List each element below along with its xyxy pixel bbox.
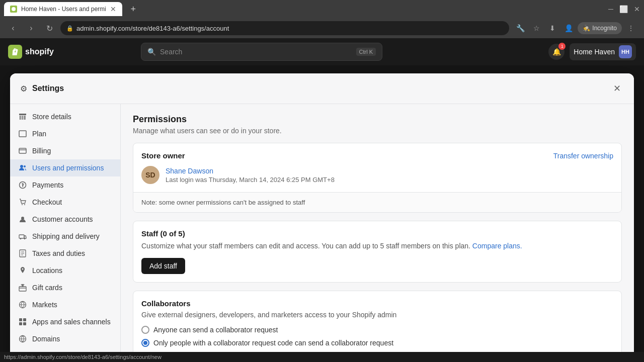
- owner-last-login: Last login was Thursday, March 14, 2024 …: [166, 176, 335, 184]
- staff-title: Staff (0 of 5): [141, 229, 613, 238]
- nav-actions: 🔧 ☆ ⬇ 👤 🕵 Incognito ⋮: [513, 21, 638, 35]
- domains-icon: [18, 334, 27, 343]
- store-owner-title: Store owner: [141, 151, 185, 160]
- app-header: shopify 🔍 Search Ctrl K 🔔 1 Home Haven H…: [0, 38, 644, 65]
- sidebar-item-taxes[interactable]: Taxes and duties: [10, 245, 120, 262]
- radio-option-anyone[interactable]: Anyone can send a collaborator request: [141, 326, 613, 334]
- owner-name-link[interactable]: Shane Dawson: [166, 167, 335, 175]
- incognito-label: Incognito: [592, 25, 617, 32]
- sidebar-item-payments[interactable]: Payments: [10, 176, 120, 194]
- download-button[interactable]: ⬇: [545, 21, 559, 35]
- markets-icon: [18, 300, 27, 309]
- collaborators-card: Collaborators Give external designers, d…: [133, 291, 622, 352]
- notification-badge: 1: [558, 43, 566, 50]
- address-bar[interactable]: 🔒 admin.shopify.com/store/de8143-a6/sett…: [60, 21, 509, 35]
- sidebar-item-plan[interactable]: Plan: [10, 125, 120, 142]
- sidebar-item-users-permissions[interactable]: Users and permissions: [10, 159, 120, 176]
- header-actions: 🔔 1 Home Haven HH: [548, 43, 636, 60]
- address-text: admin.shopify.com/store/de8143-a6/settin…: [76, 25, 229, 32]
- browser-tab[interactable]: Home Haven - Users and permi ✕: [4, 2, 122, 16]
- collaborators-desc: Give external designers, developers, and…: [141, 311, 613, 319]
- incognito-icon: 🕵: [583, 25, 590, 32]
- sidebar-label-billing: Billing: [32, 147, 51, 155]
- notification-button[interactable]: 🔔 1: [548, 44, 565, 60]
- svg-rect-13: [19, 287, 26, 291]
- radio-option-code-only[interactable]: Only people with a collaborator request …: [141, 339, 613, 347]
- owner-avatar: SD: [141, 166, 159, 184]
- payments-icon: [18, 180, 27, 190]
- sidebar-item-domains[interactable]: Domains: [10, 330, 120, 347]
- add-staff-button[interactable]: Add staff: [141, 258, 185, 274]
- apps-icon: [18, 317, 27, 326]
- svg-point-4: [24, 165, 26, 167]
- search-icon: 🔍: [147, 48, 156, 56]
- sidebar-label-domains: Domains: [32, 335, 60, 343]
- owner-details: Shane Dawson Last login was Thursday, Ma…: [166, 167, 335, 184]
- store-owner-header: Store owner Transfer ownership: [141, 151, 613, 160]
- plan-icon: [18, 129, 27, 138]
- sidebar-label-plan: Plan: [32, 130, 46, 138]
- sidebar-item-checkout[interactable]: Checkout: [10, 194, 120, 211]
- compare-plans-link[interactable]: Compare plans.: [472, 242, 522, 250]
- new-tab-button[interactable]: +: [126, 2, 140, 16]
- svg-point-0: [12, 7, 16, 11]
- settings-overlay: ⚙ Settings ✕ Store details: [0, 65, 644, 352]
- sidebar-label-store-details: Store details: [32, 113, 71, 121]
- shipping-icon: [18, 232, 27, 241]
- search-shortcut: Ctrl K: [356, 48, 376, 56]
- radio-anyone-input[interactable]: [141, 326, 149, 334]
- tab-favicon: [10, 6, 17, 13]
- sidebar-item-locations[interactable]: Locations: [10, 262, 120, 279]
- sidebar-label-locations: Locations: [32, 266, 62, 275]
- lock-icon: 🔒: [66, 25, 73, 32]
- store-owner-card-body: Store owner Transfer ownership SD Shane …: [133, 143, 621, 192]
- sidebar-item-customer-accounts[interactable]: Customer accounts: [10, 211, 120, 228]
- global-search[interactable]: 🔍 Search Ctrl K: [141, 43, 382, 61]
- sidebar-label-taxes: Taxes and duties: [32, 249, 85, 257]
- settings-sidebar: Store details Plan Billing: [10, 104, 121, 352]
- collaborator-radio-group: Anyone can send a collaborator request O…: [141, 326, 613, 347]
- svg-rect-1: [19, 131, 26, 137]
- sidebar-label-users: Users and permissions: [32, 164, 104, 172]
- sidebar-item-gift-cards[interactable]: Gift cards: [10, 279, 120, 296]
- settings-header: ⚙ Settings ✕: [10, 73, 634, 104]
- store-menu-button[interactable]: Home Haven HH: [570, 43, 636, 60]
- incognito-button[interactable]: 🕵 Incognito: [578, 22, 622, 34]
- transfer-ownership-link[interactable]: Transfer ownership: [553, 152, 613, 160]
- sidebar-item-billing[interactable]: Billing: [10, 142, 120, 159]
- menu-button[interactable]: ⋮: [624, 21, 638, 35]
- svg-rect-16: [23, 318, 26, 321]
- maximize-button[interactable]: ⬜: [619, 5, 628, 13]
- window-close-button[interactable]: ✕: [634, 5, 640, 13]
- sidebar-item-markets[interactable]: Markets: [10, 296, 120, 313]
- refresh-button[interactable]: ↻: [42, 21, 56, 35]
- shopify-logo-icon: [8, 45, 22, 59]
- forward-button[interactable]: ›: [24, 21, 38, 35]
- sidebar-label-shipping: Shipping and delivery: [32, 232, 100, 240]
- profile-button[interactable]: 👤: [561, 21, 576, 35]
- sidebar-item-apps[interactable]: Apps and sales channels: [10, 313, 120, 330]
- svg-rect-17: [19, 322, 22, 325]
- sidebar-item-customer-events[interactable]: Customer events: [10, 347, 120, 352]
- sidebar-label-customer-accounts: Customer accounts: [32, 215, 93, 223]
- settings-close-button[interactable]: ✕: [610, 81, 624, 96]
- sidebar-item-shipping[interactable]: Shipping and delivery: [10, 228, 120, 245]
- back-button[interactable]: ‹: [6, 21, 20, 35]
- store-details-icon: [18, 112, 27, 121]
- sidebar-item-store-details[interactable]: Store details: [10, 108, 120, 125]
- minimize-button[interactable]: ─: [608, 5, 613, 13]
- svg-point-7: [24, 204, 25, 205]
- svg-point-6: [22, 204, 23, 205]
- radio-anyone-label: Anyone can send a collaborator request: [153, 326, 278, 334]
- locations-icon: [18, 266, 27, 275]
- radio-code-only-input[interactable]: [141, 339, 149, 347]
- bookmark-button[interactable]: ☆: [529, 21, 543, 35]
- extensions-button[interactable]: 🔧: [513, 21, 527, 35]
- sidebar-label-gift-cards: Gift cards: [32, 284, 62, 292]
- settings-body: Store details Plan Billing: [10, 104, 634, 352]
- settings-main-content: Permissions Manage what users can see or…: [121, 104, 634, 352]
- browser-navbar: ‹ › ↻ 🔒 admin.shopify.com/store/de8143-a…: [0, 18, 644, 38]
- svg-rect-18: [23, 322, 26, 325]
- tab-title: Home Haven - Users and permi: [21, 6, 106, 13]
- tab-close-button[interactable]: ✕: [110, 5, 116, 13]
